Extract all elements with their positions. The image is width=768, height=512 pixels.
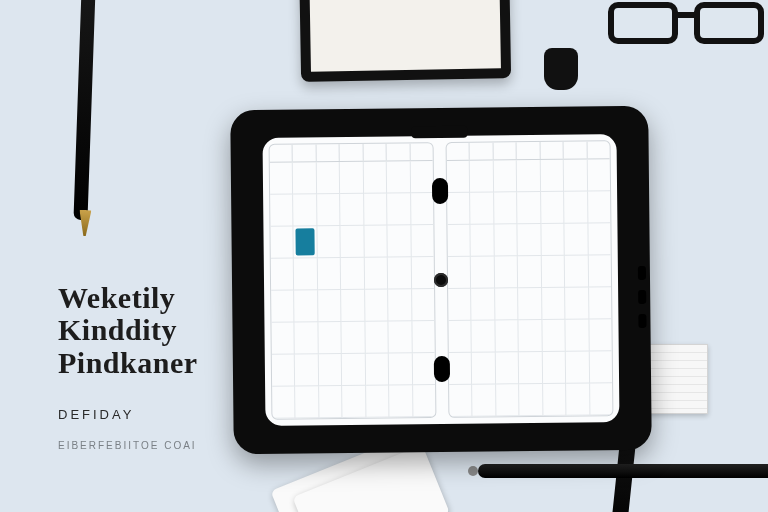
calendar-cell[interactable]: [342, 354, 366, 386]
calendar-cell[interactable]: [496, 352, 520, 384]
calendar-cell[interactable]: [317, 226, 341, 258]
calendar-cell[interactable]: [448, 257, 472, 289]
calendar-cell[interactable]: [519, 384, 543, 416]
calendar-cell[interactable]: [565, 287, 589, 319]
calendar-cell[interactable]: [565, 255, 589, 287]
calendar-cell[interactable]: [449, 353, 473, 385]
calendar-cell[interactable]: [387, 161, 411, 193]
side-button[interactable]: [638, 314, 646, 328]
calendar-cell[interactable]: [590, 383, 613, 415]
calendar-cell[interactable]: [494, 224, 518, 256]
page-right-grid[interactable]: [447, 159, 613, 417]
calendar-cell[interactable]: [388, 289, 412, 321]
calendar-cell[interactable]: [411, 193, 434, 225]
calendar-cell[interactable]: [566, 351, 590, 383]
calendar-cell[interactable]: [564, 191, 588, 223]
calendar-cell[interactable]: [518, 224, 542, 256]
calendar-cell[interactable]: [271, 259, 295, 291]
calendar-cell[interactable]: [448, 289, 472, 321]
calendar-cell[interactable]: [340, 194, 364, 226]
calendar-cell[interactable]: [471, 192, 495, 224]
calendar-cell[interactable]: [496, 384, 520, 416]
calendar-cell[interactable]: [272, 355, 296, 387]
calendar-cell[interactable]: [295, 322, 319, 354]
calendar-cell[interactable]: [389, 321, 413, 353]
calendar-cell[interactable]: [447, 161, 471, 193]
calendar-cell[interactable]: [519, 352, 543, 384]
calendar-cell[interactable]: [413, 385, 436, 417]
calendar-cell[interactable]: [294, 226, 318, 258]
calendar-cell[interactable]: [412, 321, 435, 353]
calendar-cell[interactable]: [587, 159, 610, 191]
calendar-cell[interactable]: [495, 256, 519, 288]
calendar-cell[interactable]: [541, 224, 565, 256]
calendar-cell[interactable]: [365, 354, 389, 386]
calendar-cell[interactable]: [566, 383, 590, 415]
calendar-cell[interactable]: [317, 194, 341, 226]
calendar-cell[interactable]: [342, 386, 366, 418]
calendar-cell[interactable]: [366, 386, 390, 418]
calendar-cell[interactable]: [472, 288, 496, 320]
calendar-cell[interactable]: [364, 258, 388, 290]
calendar-cell[interactable]: [388, 257, 412, 289]
home-button-icon[interactable]: [434, 273, 448, 287]
calendar-cell[interactable]: [588, 191, 611, 223]
calendar-cell[interactable]: [494, 160, 518, 192]
calendar-cell[interactable]: [494, 192, 518, 224]
calendar-cell[interactable]: [472, 352, 496, 384]
calendar-cell[interactable]: [271, 323, 295, 355]
calendar-cell[interactable]: [412, 353, 435, 385]
calendar-cell[interactable]: [471, 224, 495, 256]
calendar-cell[interactable]: [519, 320, 543, 352]
calendar-cell[interactable]: [588, 255, 611, 287]
calendar-cell[interactable]: [342, 322, 366, 354]
calendar-cell[interactable]: [317, 162, 341, 194]
calendar-cell[interactable]: [410, 161, 433, 193]
calendar-cell[interactable]: [589, 351, 612, 383]
calendar-cell[interactable]: [318, 322, 342, 354]
calendar-cell[interactable]: [517, 192, 541, 224]
calendar-cell[interactable]: [564, 159, 588, 191]
calendar-cell[interactable]: [589, 319, 612, 351]
calendar-cell[interactable]: [543, 384, 567, 416]
calendar-cell[interactable]: [295, 290, 319, 322]
page-left-grid[interactable]: [270, 161, 436, 419]
calendar-cell[interactable]: [447, 225, 471, 257]
calendar-cell[interactable]: [271, 291, 295, 323]
calendar-cell[interactable]: [319, 354, 343, 386]
calendar-cell[interactable]: [411, 257, 434, 289]
calendar-cell[interactable]: [272, 387, 296, 419]
calendar-cell[interactable]: [470, 160, 494, 192]
calendar-cell[interactable]: [365, 322, 389, 354]
calendar-cell[interactable]: [472, 320, 496, 352]
calendar-cell[interactable]: [473, 384, 497, 416]
planner-page-left[interactable]: [269, 142, 437, 420]
side-button[interactable]: [638, 290, 646, 304]
calendar-cell[interactable]: [542, 320, 566, 352]
calendar-cell[interactable]: [318, 290, 342, 322]
calendar-cell[interactable]: [341, 290, 365, 322]
calendar-cell[interactable]: [589, 287, 612, 319]
calendar-cell[interactable]: [270, 227, 294, 259]
calendar-cell[interactable]: [495, 288, 519, 320]
calendar-cell[interactable]: [447, 193, 471, 225]
calendar-cell[interactable]: [471, 256, 495, 288]
calendar-cell[interactable]: [542, 352, 566, 384]
calendar-cell[interactable]: [270, 163, 294, 195]
calendar-cell[interactable]: [541, 192, 565, 224]
calendar-cell[interactable]: [293, 162, 317, 194]
calendar-cell[interactable]: [448, 321, 472, 353]
calendar-cell[interactable]: [518, 288, 542, 320]
calendar-cell[interactable]: [389, 385, 413, 417]
calendar-cell[interactable]: [566, 319, 590, 351]
calendar-cell[interactable]: [296, 386, 320, 418]
calendar-cell[interactable]: [449, 385, 473, 417]
planner-page-right[interactable]: [446, 140, 614, 418]
calendar-cell[interactable]: [517, 160, 541, 192]
calendar-cell[interactable]: [412, 289, 435, 321]
calendar-cell[interactable]: [363, 162, 387, 194]
calendar-cell[interactable]: [294, 258, 318, 290]
calendar-cell[interactable]: [542, 288, 566, 320]
calendar-cell[interactable]: [364, 194, 388, 226]
calendar-cell[interactable]: [340, 162, 364, 194]
